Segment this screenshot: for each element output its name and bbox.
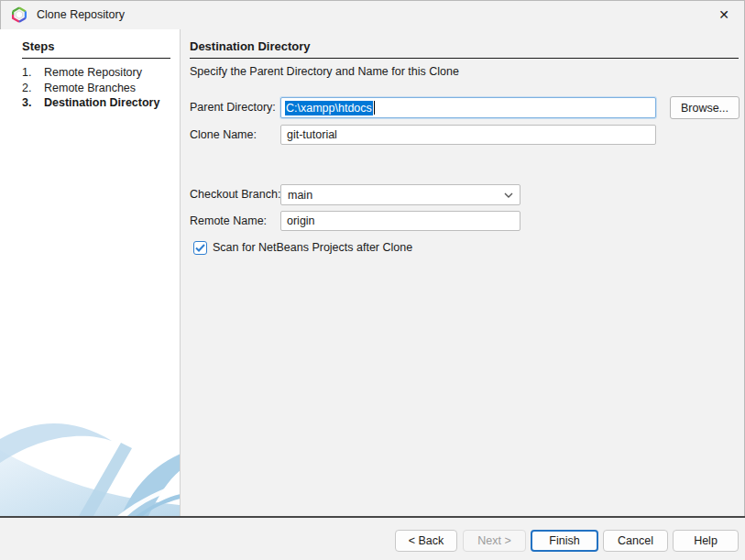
window-title: Clone Repository	[37, 8, 125, 21]
destination-directory-panel: Destination Directory Specify the Parent…	[181, 29, 745, 516]
step-item-remote-repository: 1. Remote Repository	[22, 65, 159, 81]
step-label: Remote Repository	[44, 65, 142, 81]
step-item-remote-branches: 2. Remote Branches	[22, 81, 159, 96]
scan-projects-checkbox[interactable]	[193, 241, 207, 255]
step-number: 2.	[22, 81, 44, 96]
close-icon: ✕	[718, 7, 729, 22]
browse-button[interactable]: Browse...	[670, 96, 740, 119]
step-label: Destination Directory	[44, 95, 159, 111]
steps-list: 1. Remote Repository 2. Remote Branches …	[22, 65, 159, 111]
parent-directory-label: Parent Directory:	[190, 97, 276, 118]
checkmark-icon	[195, 244, 205, 252]
checkout-branch-label: Checkout Branch:	[190, 184, 280, 205]
parent-directory-input[interactable]: C:\xampp\htdocs	[280, 97, 656, 118]
clone-name-input[interactable]	[280, 125, 656, 145]
steps-header: Steps	[22, 39, 170, 59]
footer-button-bar: < Back Next > Finish Cancel Help	[0, 518, 745, 560]
scan-projects-checkbox-label[interactable]: Scan for NetBeans Projects after Clone	[213, 241, 412, 255]
title-bar: Clone Repository ✕	[0, 0, 745, 29]
step-number: 3.	[22, 95, 44, 111]
step-item-destination-directory: 3. Destination Directory	[22, 95, 159, 111]
remote-name-input[interactable]	[280, 211, 520, 231]
chevron-down-icon	[504, 192, 513, 198]
next-button: Next >	[463, 530, 526, 552]
cancel-button[interactable]: Cancel	[603, 530, 668, 552]
clone-repository-dialog: Clone Repository ✕ Steps 1. Remote Repos…	[0, 0, 745, 560]
step-number: 1.	[22, 65, 44, 81]
selected-text: C:\xampp\htdocs	[285, 101, 373, 115]
watermark-swoosh-graphic	[0, 408, 181, 516]
remote-name-label: Remote Name:	[190, 211, 267, 231]
panel-subtitle: Specify the Parent Directory and Name fo…	[190, 65, 459, 78]
finish-button[interactable]: Finish	[531, 530, 598, 552]
help-button[interactable]: Help	[673, 530, 739, 552]
text-caret	[374, 101, 375, 115]
step-label: Remote Branches	[44, 81, 136, 96]
dropdown-selected-value: main	[288, 189, 504, 202]
clone-name-label: Clone Name:	[190, 125, 257, 145]
close-button[interactable]: ✕	[703, 0, 745, 29]
checkout-branch-dropdown[interactable]: main	[280, 184, 520, 205]
panel-title: Destination Directory	[190, 39, 739, 59]
steps-panel: Steps 1. Remote Repository 2. Remote Bra…	[0, 29, 181, 516]
netbeans-cube-icon	[11, 6, 27, 23]
back-button[interactable]: < Back	[395, 530, 457, 552]
